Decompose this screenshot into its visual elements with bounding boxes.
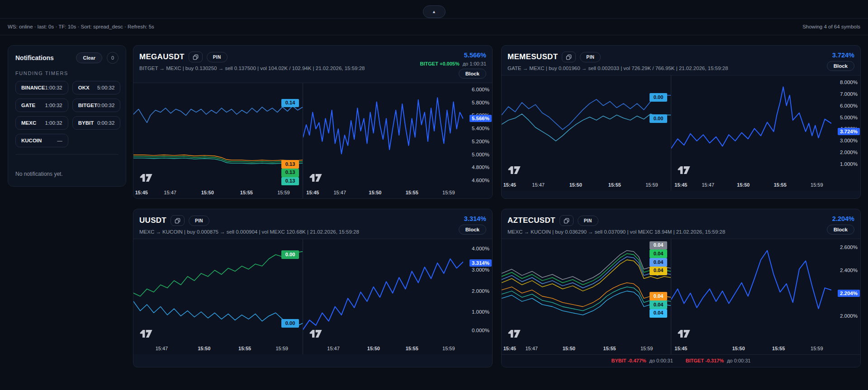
time-axis-label: 15:59 bbox=[811, 346, 823, 351]
price-axis-label: 2.600% bbox=[840, 244, 858, 250]
time-axis-label: 15:50 bbox=[569, 182, 582, 188]
top-strip: ▲ bbox=[0, 0, 868, 19]
card-header: MEGAUSDT PIN BITGET → MEXC | buy 0.13025… bbox=[133, 46, 492, 83]
spread-percent: 3.314% bbox=[464, 215, 486, 222]
price-axis-label: 5.200% bbox=[472, 139, 489, 144]
symbol-title: UUSDT bbox=[139, 216, 166, 225]
timer-countdown: 1:00:32 bbox=[45, 85, 62, 90]
timer-countdown: 0:00:32 bbox=[97, 103, 114, 108]
price-tag: 0.04 bbox=[650, 249, 667, 258]
status-bar: WS: online · last: 0s · TF: 10s · Sort: … bbox=[0, 19, 868, 35]
collapse-panel-button[interactable]: ▲ bbox=[423, 5, 446, 18]
price-chart-plot[interactable]: 0.000.00 bbox=[133, 239, 303, 343]
time-axis-label: 15:59 bbox=[277, 190, 290, 195]
price-axis-label: 7.000% bbox=[840, 91, 858, 97]
timer-exchange-name: KUCOIN bbox=[21, 138, 42, 143]
charts-row: 0.000.00 15:4715:5015:5515:59 4.000%3.00… bbox=[133, 239, 492, 354]
pin-button[interactable]: PIN bbox=[189, 216, 209, 226]
clear-notifications-button[interactable]: Clear bbox=[76, 52, 102, 63]
card-header: MEMESUSDT PIN GATE → MEXC | buy 0.001960… bbox=[502, 46, 860, 75]
spread-chart-plot[interactable] bbox=[303, 239, 463, 343]
price-tag-stack: 0.00 bbox=[650, 114, 667, 123]
price-line-gray bbox=[502, 250, 671, 282]
block-button[interactable]: Block bbox=[827, 225, 854, 235]
pin-button[interactable]: PIN bbox=[207, 52, 228, 62]
price-chart-plot[interactable]: 0.140.130.130.13 bbox=[133, 83, 303, 187]
symbol-title: MEGAUSDT bbox=[139, 52, 185, 61]
price-chart-plot[interactable]: 0.000.00 bbox=[502, 75, 671, 179]
price-tag: 0.13 bbox=[281, 177, 299, 186]
pin-button[interactable]: PIN bbox=[580, 52, 601, 62]
tradingview-logo[interactable] bbox=[309, 330, 323, 338]
copy-symbol-button[interactable] bbox=[560, 215, 574, 226]
funding-timers-label: FUNDING TIMERS bbox=[15, 70, 119, 76]
price-axis-label: 4.800% bbox=[472, 164, 489, 170]
price-chart-plot[interactable]: 0.040.040.040.040.040.040.04 bbox=[502, 239, 671, 343]
x-axis: 15:4715:5015:5515:59 bbox=[133, 343, 303, 354]
block-button[interactable]: Block bbox=[459, 69, 486, 79]
copy-symbol-button[interactable] bbox=[189, 52, 203, 62]
spread-chart-plot[interactable] bbox=[671, 75, 831, 179]
charts-row: 0.040.040.040.040.040.040.04 15:4515:471… bbox=[502, 239, 860, 354]
block-button[interactable]: Block bbox=[827, 61, 854, 71]
time-axis-label: 15:47 bbox=[156, 346, 168, 351]
timer-countdown: 0:00:32 bbox=[97, 120, 114, 126]
price-axis-label: 3.000% bbox=[840, 138, 858, 143]
copy-icon bbox=[175, 218, 180, 224]
price-tag-stack: 0.14 bbox=[281, 99, 299, 108]
price-tag-stack: 0.040.040.040.04 bbox=[650, 241, 667, 275]
spread-chart-plot[interactable] bbox=[303, 83, 463, 187]
price-axis: 8.000%7.000%6.000%5.000%4.000%3.000%2.00… bbox=[831, 75, 860, 179]
funding-info: BITGET +0.005%до 1:00:31 bbox=[420, 61, 486, 66]
time-axis-label: 15:59 bbox=[275, 346, 288, 351]
funding-timer-pill: BITGET 0:00:32 bbox=[72, 99, 121, 112]
price-axis-label: 2.000% bbox=[840, 150, 858, 155]
footer-funding-until: до 0:00:31 bbox=[650, 358, 673, 363]
tradingview-logo[interactable] bbox=[139, 330, 153, 338]
funding-timer-pill: BINANCE 1:00:32 bbox=[15, 81, 68, 94]
tradingview-logo[interactable] bbox=[139, 174, 153, 182]
tradingview-logo[interactable] bbox=[508, 166, 522, 174]
tradingview-logo[interactable] bbox=[309, 174, 323, 182]
spread-chart: 4.000%3.000%2.000%1.000%0.000%3.314% 15:… bbox=[303, 239, 492, 354]
tradingview-logo[interactable] bbox=[677, 330, 691, 338]
price-line-cyan bbox=[502, 291, 671, 315]
price-line-blue bbox=[502, 95, 671, 130]
spread-chart-plot[interactable] bbox=[671, 239, 831, 343]
price-tag: 0.04 bbox=[650, 258, 667, 267]
funding-timer-pill: OKX 5:00:32 bbox=[72, 81, 121, 94]
spread-chart: 8.000%7.000%6.000%5.000%4.000%3.000%2.00… bbox=[671, 75, 860, 191]
price-axis: 2.600%2.400%2.000%2.204% bbox=[831, 239, 860, 343]
time-axis-label: 15:50 bbox=[201, 190, 214, 195]
timer-countdown: 5:00:32 bbox=[97, 85, 114, 90]
x-axis: 15:4515:4715:5015:5515:59 bbox=[502, 343, 671, 354]
time-axis-label: 15:59 bbox=[442, 190, 455, 195]
price-axis-label: 6.000% bbox=[472, 87, 489, 92]
time-axis-label: 15:45 bbox=[674, 346, 687, 351]
symbol-card: AZTECUSDT PIN MEXC → KUCOIN | buy 0.0362… bbox=[501, 209, 861, 367]
time-axis-label: 15:50 bbox=[369, 190, 381, 195]
timer-exchange-name: BITGET bbox=[78, 103, 97, 108]
price-line-teal bbox=[502, 114, 671, 141]
time-axis-label: 15:50 bbox=[563, 346, 575, 351]
route-info: GATE → MEXC | buy 0.001960 → sell 0.0020… bbox=[508, 66, 728, 71]
x-axis: 15:4515:5015:5515:59 bbox=[671, 343, 831, 354]
x-axis: 15:4515:4715:5015:5515:59 bbox=[671, 179, 831, 191]
footer-funding-item: BITGET -0.317%до 0:00:31 bbox=[686, 358, 751, 363]
card-header: UUSDT PIN MEXC → KUCOIN | buy 0.000875 →… bbox=[133, 209, 492, 239]
spread-percent: 3.724% bbox=[832, 52, 854, 59]
copy-symbol-button[interactable] bbox=[562, 52, 576, 62]
funding-footer: BYBIT -0.477%до 0:00:31BITGET -0.317%до … bbox=[502, 354, 860, 367]
tradingview-logo[interactable] bbox=[508, 330, 522, 338]
price-tag: 0.04 bbox=[650, 292, 667, 301]
tradingview-logo[interactable] bbox=[677, 166, 691, 174]
price-line-green bbox=[133, 252, 303, 296]
copy-symbol-button[interactable] bbox=[171, 215, 185, 226]
copy-icon bbox=[566, 54, 572, 60]
caret-up-icon: ▲ bbox=[432, 10, 436, 14]
time-axis-label: 15:47 bbox=[525, 346, 538, 351]
price-axis-label: 2.400% bbox=[840, 268, 858, 273]
pin-button[interactable]: PIN bbox=[578, 216, 598, 226]
block-button[interactable]: Block bbox=[459, 225, 486, 235]
time-axis-label: 15:45 bbox=[503, 346, 516, 351]
